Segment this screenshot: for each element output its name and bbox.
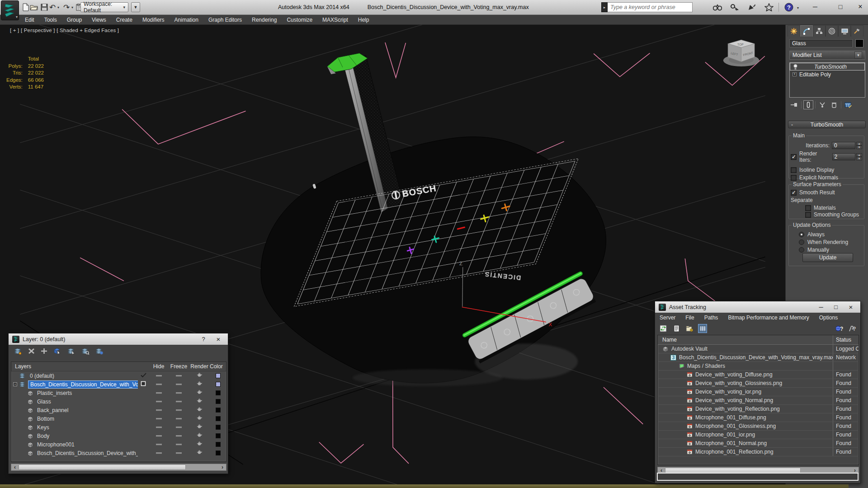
hide-cell[interactable] <box>149 414 169 423</box>
layer-name[interactable]: 0 (default) <box>28 372 56 380</box>
refresh-icon[interactable] <box>659 324 668 333</box>
explicit-normals-checkbox[interactable] <box>791 175 797 181</box>
select-objects-in-layer-icon[interactable] <box>53 347 61 356</box>
current-layer-cell[interactable] <box>138 406 149 414</box>
layer-properties-icon[interactable] <box>95 348 104 356</box>
tab-hierarchy[interactable] <box>813 25 826 37</box>
materials-checkbox[interactable] <box>805 205 811 211</box>
viewport-label[interactable]: [ + ] [ Perspective ] [ Shaded + Edged F… <box>10 28 119 33</box>
sign-in-key-icon[interactable] <box>729 2 741 13</box>
asset-name-cell[interactable]: Device_with_voting_Normal.png <box>658 396 833 404</box>
communication-center-icon[interactable] <box>746 2 758 13</box>
radio-option-manually[interactable]: Manually <box>799 247 862 253</box>
make-unique-icon[interactable] <box>817 100 827 109</box>
layer-name[interactable]: Keys <box>35 424 51 431</box>
asset-name-cell[interactable]: Microphone_001_Normal.png <box>658 439 833 447</box>
rollout-turbosmooth-header[interactable]: - TurboSmooth <box>788 121 866 128</box>
render-cell[interactable] <box>189 432 210 440</box>
color-cell[interactable] <box>210 371 226 380</box>
freeze-cell[interactable] <box>169 406 189 414</box>
color-swatch[interactable] <box>216 450 221 455</box>
path-editor-icon[interactable] <box>685 324 694 333</box>
collapse-icon[interactable]: - <box>791 122 793 128</box>
help-dropdown-icon[interactable]: ▾ <box>796 6 800 11</box>
information-list-icon[interactable] <box>672 324 681 333</box>
current-layer-cell[interactable] <box>138 449 149 457</box>
iterations-spinner[interactable]: ▲▼ <box>856 142 862 149</box>
layer-row[interactable]: Bosch_Dicentis_Discussion_Device_with_Vo… <box>11 449 226 457</box>
color-cell[interactable] <box>210 389 226 397</box>
column-color[interactable]: Color <box>210 362 226 371</box>
hide-cell[interactable] <box>149 380 169 389</box>
asset-row[interactable]: Maps / Shaders <box>658 362 859 371</box>
at-menu-paths[interactable]: Paths <box>704 314 718 321</box>
current-layer-cell[interactable] <box>138 414 149 423</box>
layer-dialog-titlebar[interactable]: Layer: 0 (default) ? × <box>9 333 228 345</box>
column-status[interactable]: Status <box>833 335 859 344</box>
layer-name-cell[interactable]: Bottom <box>11 414 138 423</box>
hide-cell[interactable] <box>149 449 169 457</box>
workspace-select[interactable]: Workspace: Default ▾ <box>80 2 128 12</box>
layer-name[interactable]: Body <box>35 432 51 440</box>
radio-option-when-rendering[interactable]: When Rendering <box>799 239 862 245</box>
column-layers[interactable]: Layers <box>11 363 138 370</box>
asset-row[interactable]: Microphone_001_ior.pngFound <box>658 431 859 439</box>
render-iters-checkbox[interactable] <box>791 154 797 160</box>
asset-row[interactable]: Microphone_001_Glossiness.pngFound <box>658 422 859 431</box>
hide-cell[interactable] <box>149 432 169 440</box>
close-button[interactable]: × <box>845 303 857 311</box>
hide-cell[interactable] <box>149 440 169 449</box>
stack-item-editable-poly[interactable]: + Editable Poly <box>790 70 865 78</box>
menu-edit[interactable]: Edit <box>20 15 39 24</box>
hide-cell[interactable] <box>149 423 169 432</box>
column-hide[interactable]: Hide <box>149 362 169 371</box>
render-cell[interactable] <box>189 423 210 432</box>
color-cell[interactable] <box>210 423 226 432</box>
tab-modify[interactable] <box>800 25 813 37</box>
render-cell[interactable] <box>189 371 210 380</box>
close-button[interactable]: × <box>212 335 224 343</box>
create-new-layer-icon[interactable] <box>14 348 22 356</box>
column-render[interactable]: Render <box>189 362 210 371</box>
menu-group[interactable]: Group <box>62 15 87 24</box>
hide-cell[interactable] <box>149 371 169 380</box>
column-freeze[interactable]: Freeze <box>169 362 189 371</box>
asset-row[interactable]: Device_with_voting_Normal.pngFound <box>658 396 859 405</box>
radio-icon[interactable] <box>799 239 804 245</box>
render-cell[interactable] <box>189 414 210 423</box>
layer-row[interactable]: Body <box>11 432 226 440</box>
checkbox-icon[interactable] <box>141 381 146 388</box>
hide-cell[interactable] <box>149 389 169 397</box>
layer-name-cell[interactable]: -Bosch_Dicentis_Discussion_Device_with_V… <box>11 380 138 389</box>
modifier-stack[interactable]: TurboSmooth + Editable Poly <box>789 62 865 98</box>
layer-row[interactable]: 0 (default) <box>11 371 226 380</box>
color-cell[interactable] <box>210 449 226 457</box>
color-cell[interactable] <box>210 406 226 414</box>
render-iters-field[interactable]: 2 <box>832 153 856 160</box>
asset-row[interactable]: Device_with_voting_Reflection.pngFound <box>658 405 859 413</box>
asset-tracking-titlebar[interactable]: Asset Tracking ─ □ × <box>655 301 860 313</box>
highlight-selected-layers-icon[interactable] <box>81 348 90 356</box>
smooth-result-checkbox[interactable] <box>791 190 797 196</box>
layer-name[interactable]: Glass <box>35 398 53 405</box>
current-layer-cell[interactable] <box>138 389 149 397</box>
maximize-button[interactable]: □ <box>830 303 842 311</box>
menu-create[interactable]: Create <box>111 15 137 24</box>
scroll-right-icon[interactable]: › <box>219 464 226 470</box>
menu-tools[interactable]: Tools <box>39 15 62 24</box>
help-icon[interactable]: ? <box>783 2 795 13</box>
application-menu-button[interactable]: ▾ <box>1 0 19 20</box>
modifier-list-dropdown[interactable]: Modifier List ▾ <box>789 51 865 60</box>
layer-row[interactable]: Keys <box>11 423 226 432</box>
layer-name-cell[interactable]: Body <box>11 432 138 440</box>
color-swatch[interactable] <box>216 382 221 387</box>
help-button[interactable]: ? <box>198 335 209 343</box>
layer-name[interactable]: Back_pannel <box>35 407 70 414</box>
color-swatch[interactable] <box>216 399 221 404</box>
color-cell[interactable] <box>210 414 226 423</box>
color-cell[interactable] <box>210 440 226 449</box>
close-button[interactable]: × <box>854 2 867 12</box>
menu-modifiers[interactable]: Modifiers <box>137 15 170 24</box>
favorites-star-icon[interactable] <box>763 2 775 13</box>
asset-name-cell[interactable]: Microphone_001_ior.png <box>658 431 833 439</box>
